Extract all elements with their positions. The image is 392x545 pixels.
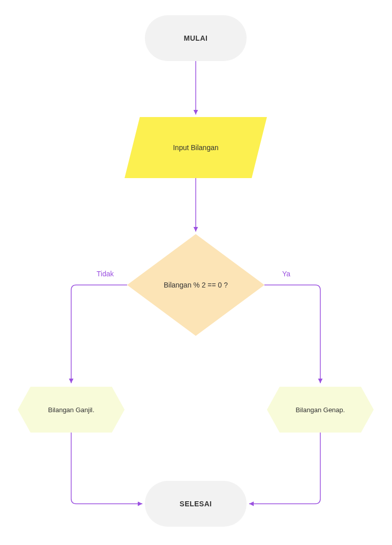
- branch-yes-label: Ya: [282, 270, 290, 278]
- output-odd-label: Bilangan Ganjil.: [18, 387, 125, 433]
- arrow-odd-to-end: [71, 433, 142, 504]
- output-even-label: Bilangan Genap.: [267, 387, 374, 433]
- decision-label: Bilangan % 2 == 0 ?: [132, 234, 259, 336]
- arrow-decision-no: [71, 285, 127, 383]
- input-label: Input Bilangan: [132, 117, 259, 178]
- arrow-even-to-end: [249, 433, 320, 504]
- start-label: MULAI: [145, 15, 247, 61]
- end-label: SELESAI: [145, 481, 247, 527]
- branch-no-label: Tidak: [97, 270, 114, 278]
- arrow-decision-yes: [264, 285, 320, 383]
